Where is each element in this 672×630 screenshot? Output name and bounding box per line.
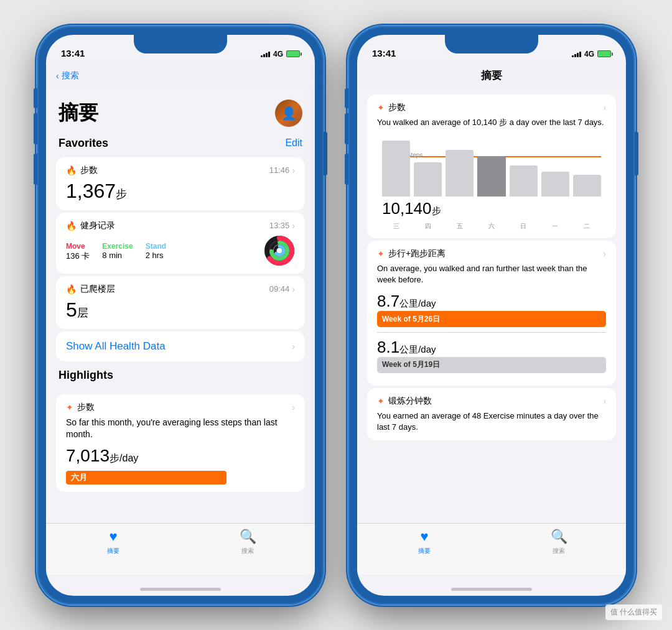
summary-tab-label-left: 摘要 <box>107 547 119 555</box>
bar-label-wed: 三 <box>382 222 410 231</box>
search-tab-label-right: 搜索 <box>553 547 565 555</box>
bar-label-mon: 一 <box>541 222 569 231</box>
highlights-section-header: Highlights <box>46 364 315 387</box>
silent-switch <box>34 88 37 108</box>
status-time-left: 13:41 <box>61 48 85 58</box>
bar-sat <box>477 156 505 197</box>
tab-search-left[interactable]: 🔍 搜索 <box>180 529 315 555</box>
stand-label: Stand <box>146 242 166 251</box>
steps-chart-container: Average Steps 10,140步 三 四 <box>377 134 606 231</box>
exercise-section-card[interactable]: ✦ 锻炼分钟数 › You earned an average of 48 Ex… <box>367 388 616 440</box>
floors-label: 已爬楼层 <box>80 284 115 295</box>
back-chevron-icon: ‹ <box>56 71 59 81</box>
exercise-section-desc: You earned an average of 48 Exercise min… <box>377 410 606 433</box>
status-icons-left: 4G <box>261 50 300 58</box>
week2-label: Week of 5月19日 <box>382 359 440 370</box>
fitness-label: 健身记录 <box>80 220 115 231</box>
summary-tab-label-right: 摘要 <box>418 547 431 555</box>
volume-up-button-right[interactable] <box>345 113 348 144</box>
walking-section-title: ✦ 步行+跑步距离 <box>377 248 446 259</box>
battery-icon-left <box>286 50 300 57</box>
move-label: Move <box>66 242 90 251</box>
steps-section-chevron: › <box>603 103 606 113</box>
bar-label-sat: 六 <box>477 222 505 231</box>
favorites-label: Favorites <box>58 137 108 150</box>
stand-value: 2 hrs <box>146 251 166 260</box>
move-value: 136 卡 <box>66 251 90 262</box>
floors-card[interactable]: 🔥 已爬楼层 09:44 › 5层 <box>56 276 305 329</box>
walking-section-header: ✦ 步行+跑步距离 › <box>377 248 606 259</box>
steps-card-title: 🔥 步数 <box>66 165 98 176</box>
highlights-card-header: ✦ 步数 › <box>66 402 295 413</box>
tab-search-right[interactable]: 🔍 搜索 <box>492 529 626 555</box>
exercise-section-chevron: › <box>603 396 606 406</box>
bar-fri <box>446 150 474 197</box>
notch <box>134 35 227 53</box>
steps-chevron-icon: › <box>292 165 295 175</box>
walking-section-card[interactable]: ✦ 步行+跑步距离 › On average, you walked and r… <box>367 241 616 386</box>
week1-bar: Week of 5月26日 <box>377 311 606 327</box>
show-all-chevron-icon: › <box>292 341 295 351</box>
nav-title-right: 摘要 <box>481 68 502 83</box>
week2-container: 8.1公里/day Week of 5月19日 <box>377 338 606 373</box>
user-avatar[interactable]: 👤 <box>275 100 302 127</box>
highlights-value: 7,013步/day <box>66 446 295 466</box>
notch-right <box>445 35 538 53</box>
left-scroll-content[interactable]: 摘要 👤 Favorites Edit 🔥 步数 11:46 › <box>46 90 315 523</box>
walking-section-chevron: › <box>603 249 606 259</box>
volume-down-button-right[interactable] <box>345 154 348 185</box>
tab-bar-right: ♥ 摘要 🔍 搜索 <box>357 523 626 575</box>
bar-label-fri: 五 <box>446 222 474 231</box>
status-time-right: 13:41 <box>372 48 396 58</box>
floors-flame-icon: 🔥 <box>66 284 77 294</box>
exercise-section-icon: ✦ <box>377 396 385 406</box>
volume-down-button[interactable] <box>34 154 37 185</box>
left-phone: 13:41 4G ‹ 搜索 摘要 <box>37 26 324 605</box>
fitness-card[interactable]: 🔥 健身记录 13:35 › Move 136 卡 <box>56 213 305 274</box>
highlights-bar-label: 六月 <box>71 472 87 483</box>
highlights-card[interactable]: ✦ 步数 › So far this month, you're averagi… <box>56 394 305 492</box>
steps-value: 1,367步 <box>66 180 295 203</box>
favorites-edit-button[interactable]: Edit <box>285 137 302 149</box>
right-scroll-content[interactable]: ✦ 步数 › You walked an average of 10,140 步… <box>357 90 626 523</box>
battery-icon-right <box>597 50 611 57</box>
bar-label-tue: 二 <box>573 222 601 231</box>
highlights-chevron-icon: › <box>292 402 295 412</box>
power-button[interactable] <box>324 132 327 175</box>
bar-mon <box>541 172 569 197</box>
page-header-left: 摘要 👤 <box>46 90 315 132</box>
steps-card[interactable]: 🔥 步数 11:46 › 1,367步 <box>56 157 305 210</box>
floors-chevron-icon: › <box>292 284 295 294</box>
tab-summary-left[interactable]: ♥ 摘要 <box>46 529 180 555</box>
home-indicator-left <box>46 575 315 596</box>
floors-card-header: 🔥 已爬楼层 09:44 › <box>66 284 295 295</box>
exercise-label: Exercise <box>102 242 133 251</box>
show-all-health-button[interactable]: Show All Health Data › <box>56 331 305 361</box>
back-button-left[interactable]: ‹ 搜索 <box>56 70 79 81</box>
silent-switch-right <box>345 88 348 108</box>
steps-section-card[interactable]: ✦ 步数 › You walked an average of 10,140 步… <box>367 95 616 238</box>
show-all-label: Show All Health Data <box>66 340 166 353</box>
volume-up-button[interactable] <box>34 113 37 144</box>
week1-container: 8.7公里/day Week of 5月26日 <box>377 292 606 327</box>
bar-wed <box>382 141 410 197</box>
floors-card-meta: 09:44 › <box>269 284 295 294</box>
tab-summary-right[interactable]: ♥ 摘要 <box>357 529 492 555</box>
exercise-stat: Exercise 8 min <box>102 242 133 260</box>
power-button-right[interactable] <box>635 132 638 175</box>
steps-section-title: ✦ 步数 <box>377 102 406 113</box>
highlights-bar: 六月 <box>66 471 226 484</box>
bar-label-thu: 四 <box>414 222 442 231</box>
floors-card-title: 🔥 已爬楼层 <box>66 284 115 295</box>
right-phone-screen: 13:41 4G 摘要 ✦ <box>357 35 626 596</box>
week2-value: 8.1公里/day <box>377 338 606 357</box>
week2-bar: Week of 5月19日 <box>377 357 606 373</box>
fitness-card-header: 🔥 健身记录 13:35 › <box>66 220 295 231</box>
highlights-description: So far this month, you're averaging less… <box>66 417 295 441</box>
exercise-value: 8 min <box>102 251 133 260</box>
favorites-section-header: Favorites Edit <box>46 132 315 155</box>
activity-ring-svg <box>264 235 295 266</box>
steps-section-icon: ✦ <box>377 103 385 113</box>
search-tab-label-left: 搜索 <box>241 547 254 555</box>
left-phone-screen: 13:41 4G ‹ 搜索 摘要 <box>46 35 315 596</box>
